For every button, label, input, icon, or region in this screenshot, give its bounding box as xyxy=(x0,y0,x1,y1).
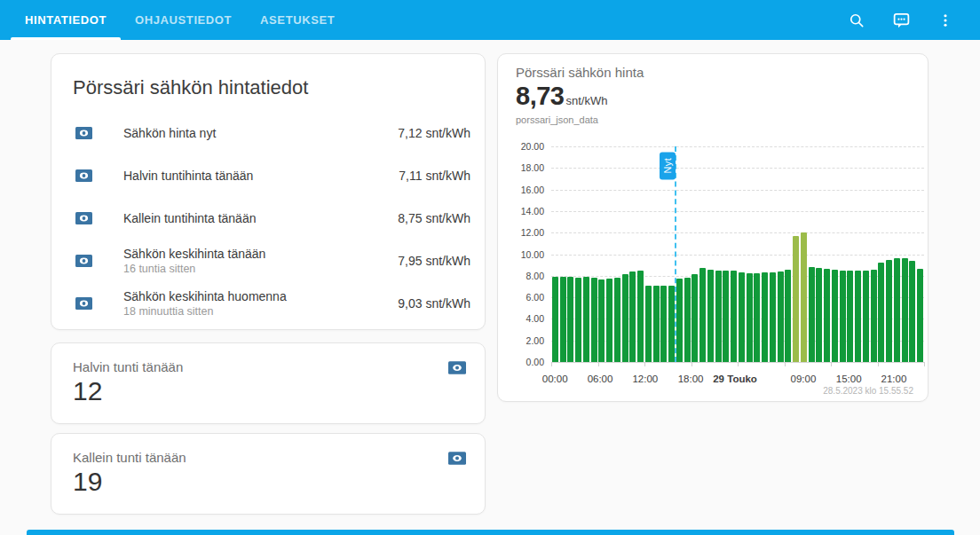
y-axis-label: 20.00 xyxy=(505,141,544,152)
chart-unit: snt/kWh xyxy=(565,94,607,107)
price-info-card: Pörssäri sähkön hintatiedot Sähkön hinta… xyxy=(51,53,486,330)
x-axis-label: 18:00 xyxy=(678,374,704,384)
price-bar[interactable] xyxy=(676,279,683,362)
price-bar[interactable] xyxy=(660,286,667,362)
price-bar[interactable] xyxy=(793,236,799,362)
price-bar[interactable] xyxy=(591,278,597,362)
price-bar[interactable] xyxy=(598,279,605,362)
price-bar[interactable] xyxy=(645,286,652,363)
price-bar[interactable] xyxy=(668,286,675,363)
price-bar[interactable] xyxy=(739,272,745,362)
price-bar-chart[interactable]: 0.002.004.006.008.0010.0012.0014.0016.00… xyxy=(551,146,924,362)
y-axis-label: 0.00 xyxy=(505,357,544,367)
cash-icon xyxy=(75,212,92,224)
price-bar[interactable] xyxy=(902,258,908,362)
price-bar[interactable] xyxy=(606,279,612,362)
cash-icon xyxy=(75,169,92,182)
x-axis-label: 09:00 xyxy=(791,374,817,384)
price-bar[interactable] xyxy=(629,271,636,362)
price-bar[interactable] xyxy=(855,271,861,362)
price-bar[interactable] xyxy=(909,261,915,362)
now-marker-line xyxy=(675,146,676,362)
row-value: 9,03 snt/kWh xyxy=(398,296,470,311)
price-bar[interactable] xyxy=(684,278,691,362)
price-bar[interactable] xyxy=(560,277,566,362)
x-axis-tick xyxy=(831,362,832,366)
chart-title: Pörssäri sähkön hinta xyxy=(516,65,928,80)
price-bar[interactable] xyxy=(816,268,822,362)
price-bar[interactable] xyxy=(847,271,853,362)
price-chart-card: Pörssäri sähkön hinta 8,73 snt/kWh porss… xyxy=(497,53,929,402)
price-bar[interactable] xyxy=(692,274,698,362)
price-bar[interactable] xyxy=(552,277,558,362)
next-card-peek xyxy=(27,530,954,535)
gridline xyxy=(551,190,924,191)
price-bar[interactable] xyxy=(707,270,714,362)
cash-icon xyxy=(75,255,92,267)
price-bar[interactable] xyxy=(871,270,877,362)
price-bar[interactable] xyxy=(832,270,838,362)
y-axis-label: 6.00 xyxy=(505,292,544,303)
price-bar[interactable] xyxy=(653,286,660,362)
price-bar[interactable] xyxy=(575,278,581,362)
row-label: Sähkön hinta nyt xyxy=(123,126,216,140)
now-marker-badge: Nyt xyxy=(660,152,676,179)
price-bar[interactable] xyxy=(731,271,737,362)
price-bar[interactable] xyxy=(715,271,722,362)
tab-ohjaustiedot[interactable]: OHJAUSTIEDOT xyxy=(121,0,246,40)
price-bar[interactable] xyxy=(723,271,729,362)
price-bar[interactable] xyxy=(878,263,884,362)
tab-hintatiedot[interactable]: HINTATIEDOT xyxy=(11,0,121,40)
price-bar[interactable] xyxy=(886,260,892,362)
gridline xyxy=(551,255,924,256)
card-title: Pörssäri sähkön hintatiedot xyxy=(73,76,463,99)
cheapest-hour-card[interactable]: Halvin tunti tänään 12 xyxy=(51,342,486,424)
nav-tabs: HINTATIEDOT OHJAUSTIEDOT ASETUKSET xyxy=(11,0,349,40)
price-bar[interactable] xyxy=(637,271,644,362)
price-bar[interactable] xyxy=(809,267,815,362)
price-bar[interactable] xyxy=(567,277,573,362)
x-axis-tick xyxy=(738,362,739,366)
row-value: 8,75 snt/kWh xyxy=(398,211,470,225)
price-bar[interactable] xyxy=(614,278,620,362)
row-average-today[interactable]: Sähkön keskihinta tänään 16 tuntia sitte… xyxy=(51,240,485,282)
y-axis-label: 18.00 xyxy=(505,162,544,173)
x-axis-tick xyxy=(785,362,786,366)
price-bar[interactable] xyxy=(754,273,760,362)
row-sublabel: 16 tuntia sitten xyxy=(123,263,265,275)
row-cheapest-hour-price[interactable]: Halvin tuntihinta tänään 7,11 snt/kWh xyxy=(51,154,485,197)
row-price-now[interactable]: Sähkön hinta nyt 7,12 snt/kWh xyxy=(51,112,485,154)
price-bar[interactable] xyxy=(770,272,776,362)
price-bar[interactable] xyxy=(785,270,791,362)
price-bar[interactable] xyxy=(824,269,830,362)
x-axis-label: 00:00 xyxy=(542,374,568,384)
price-bar[interactable] xyxy=(699,268,706,362)
gridline xyxy=(551,168,924,169)
x-axis-tick xyxy=(692,362,692,366)
price-bar[interactable] xyxy=(583,277,589,362)
price-bar[interactable] xyxy=(863,271,869,362)
x-axis-label: 21:00 xyxy=(881,374,907,384)
row-most-expensive-hour-price[interactable]: Kallein tuntihinta tänään 8,75 snt/kWh xyxy=(51,197,485,240)
price-bar[interactable] xyxy=(840,271,846,362)
row-label: Halvin tuntihinta tänään xyxy=(123,169,253,183)
x-axis-tick xyxy=(878,362,879,366)
search-icon[interactable] xyxy=(847,11,866,30)
price-bar[interactable] xyxy=(747,273,753,362)
price-bar[interactable] xyxy=(894,258,900,362)
price-bar[interactable] xyxy=(778,271,784,362)
stat-value: 12 xyxy=(73,376,485,406)
kebab-menu-icon[interactable] xyxy=(936,11,955,30)
price-bar[interactable] xyxy=(801,232,807,362)
price-bar[interactable] xyxy=(762,272,768,362)
chat-icon[interactable] xyxy=(891,11,911,30)
price-bar[interactable] xyxy=(622,274,628,362)
row-label: Kallein tuntihinta tänään xyxy=(123,211,256,225)
y-axis-label: 12.00 xyxy=(505,227,544,238)
row-average-tomorrow[interactable]: Sähkön keskihinta huomenna 18 minuuttia … xyxy=(51,282,485,325)
x-axis-tick xyxy=(644,362,645,366)
x-axis-tick xyxy=(598,362,599,366)
tab-asetukset[interactable]: ASETUKSET xyxy=(246,0,349,40)
price-bar[interactable] xyxy=(917,269,923,362)
most-expensive-hour-card[interactable]: Kallein tunti tänään 19 xyxy=(51,433,486,515)
